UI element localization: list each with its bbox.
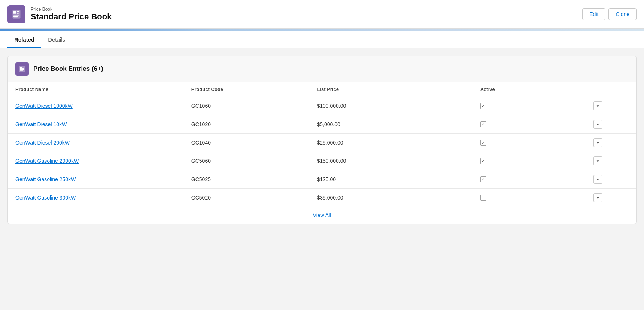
product-name-link[interactable]: GenWatt Diesel 200kW	[15, 140, 70, 146]
main-content: Price Book Entries (6+) Product Name Pro…	[0, 48, 644, 231]
list-price: $25,000.00	[309, 134, 473, 152]
row-dropdown-button[interactable]: ▼	[593, 138, 602, 147]
view-all-link[interactable]: View All	[313, 212, 331, 218]
row-dropdown-button[interactable]: ▼	[593, 156, 602, 165]
active-cell	[473, 189, 586, 207]
header-title-group: Price Book Standard Price Book	[31, 7, 112, 22]
table-header: Product Name Product Code List Price Act…	[8, 82, 636, 97]
active-checkbox[interactable]	[480, 121, 486, 127]
header-left: Price Book Standard Price Book	[7, 5, 112, 23]
row-dropdown-button[interactable]: ▼	[593, 193, 602, 202]
svg-rect-8	[22, 67, 24, 67]
col-header-product-code: Product Code	[184, 82, 310, 97]
entries-table: Product Name Product Code List Price Act…	[8, 82, 636, 207]
view-all-row: View All	[8, 207, 636, 224]
row-action-cell: ▼	[586, 170, 636, 189]
svg-rect-1	[13, 11, 16, 14]
svg-rect-5	[13, 16, 18, 17]
active-checkbox[interactable]	[480, 103, 486, 109]
col-header-product-name: Product Name	[8, 82, 184, 97]
product-name-link[interactable]: GenWatt Gasoline 250kW	[15, 176, 76, 182]
tabs-bar: Related Details	[0, 31, 644, 48]
edit-button[interactable]: Edit	[582, 8, 605, 20]
table-row: GenWatt Gasoline 300kWGC5020$35,000.00▼	[8, 189, 636, 207]
svg-rect-9	[22, 68, 24, 69]
price-book-icon-svg	[11, 9, 22, 19]
card-title: Price Book Entries (6+)	[33, 65, 103, 73]
card-icon	[15, 62, 29, 76]
active-cell	[473, 97, 586, 115]
svg-rect-3	[17, 13, 19, 14]
table-row: GenWatt Diesel 10kWGC1020$5,000.00▼	[8, 115, 636, 134]
product-name-link[interactable]: GenWatt Diesel 10kW	[15, 121, 67, 127]
active-checkbox[interactable]	[480, 140, 486, 146]
tab-related[interactable]: Related	[7, 31, 41, 48]
card-icon-svg	[18, 65, 26, 73]
list-price: $125.00	[309, 170, 473, 189]
list-price: $5,000.00	[309, 115, 473, 134]
table-body: GenWatt Diesel 1000kWGC1060$100,000.00▼G…	[8, 97, 636, 207]
row-action-cell: ▼	[586, 134, 636, 152]
svg-rect-4	[13, 15, 19, 15]
price-book-entries-card: Price Book Entries (6+) Product Name Pro…	[7, 56, 637, 224]
col-header-list-price: List Price	[309, 82, 473, 97]
product-name-link[interactable]: GenWatt Diesel 1000kW	[15, 103, 73, 109]
product-code: GC1020	[184, 115, 310, 134]
active-cell	[473, 170, 586, 189]
col-header-action	[586, 82, 636, 97]
active-checkbox[interactable]	[480, 158, 486, 164]
svg-rect-11	[20, 70, 23, 71]
active-checkbox[interactable]	[480, 176, 486, 182]
page-header: Price Book Standard Price Book Edit Clon…	[0, 0, 644, 29]
product-name-link[interactable]: GenWatt Gasoline 2000kW	[15, 158, 79, 164]
product-code: GC1040	[184, 134, 310, 152]
table-row: GenWatt Gasoline 250kWGC5025$125.00▼	[8, 170, 636, 189]
row-action-cell: ▼	[586, 115, 636, 134]
product-code: GC5060	[184, 152, 310, 170]
product-code: GC5020	[184, 189, 310, 207]
col-header-active: Active	[473, 82, 586, 97]
list-price: $150,000.00	[309, 152, 473, 170]
header-actions: Edit Clone	[582, 8, 637, 20]
table-row: GenWatt Diesel 200kWGC1040$25,000.00▼	[8, 134, 636, 152]
list-price: $35,000.00	[309, 189, 473, 207]
table-row: GenWatt Gasoline 2000kWGC5060$150,000.00…	[8, 152, 636, 170]
tab-details[interactable]: Details	[41, 31, 72, 48]
row-dropdown-button[interactable]: ▼	[593, 120, 602, 129]
product-name-link[interactable]: GenWatt Gasoline 300kW	[15, 195, 76, 201]
svg-rect-10	[20, 69, 24, 70]
product-code: GC1060	[184, 97, 310, 115]
table-row: GenWatt Diesel 1000kWGC1060$100,000.00▼	[8, 97, 636, 115]
price-book-header-icon	[7, 5, 25, 23]
product-code: GC5025	[184, 170, 310, 189]
active-cell	[473, 134, 586, 152]
clone-button[interactable]: Clone	[608, 8, 637, 20]
row-action-cell: ▼	[586, 189, 636, 207]
header-subtitle: Price Book	[31, 7, 112, 12]
active-checkbox[interactable]	[480, 195, 486, 201]
card-header: Price Book Entries (6+)	[8, 56, 636, 82]
row-dropdown-button[interactable]: ▼	[593, 175, 602, 184]
svg-rect-7	[20, 67, 22, 69]
list-price: $100,000.00	[309, 97, 473, 115]
row-dropdown-button[interactable]: ▼	[593, 101, 602, 110]
active-cell	[473, 152, 586, 170]
svg-rect-2	[17, 11, 19, 12]
row-action-cell: ▼	[586, 152, 636, 170]
active-cell	[473, 115, 586, 134]
page-title: Standard Price Book	[31, 12, 112, 22]
row-action-cell: ▼	[586, 97, 636, 115]
